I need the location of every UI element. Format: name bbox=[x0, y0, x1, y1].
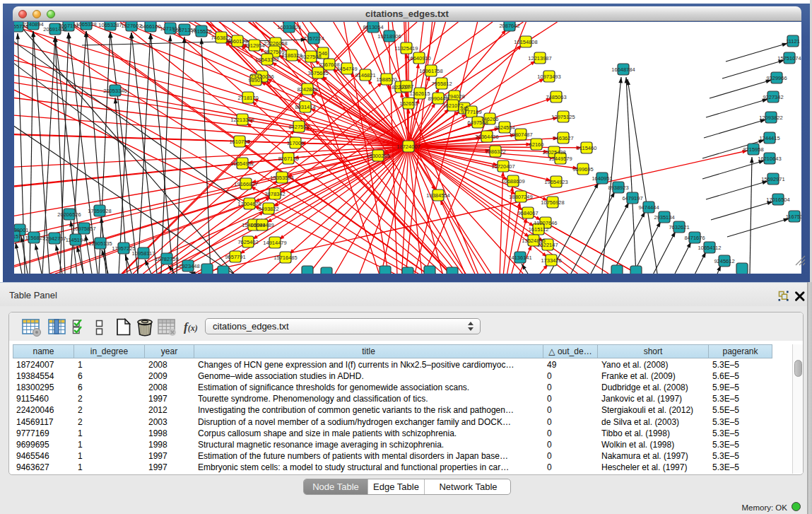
svg-text:2935134: 2935134 bbox=[654, 214, 674, 221]
svg-text:1640951: 1640951 bbox=[592, 175, 612, 182]
svg-text:7357224: 7357224 bbox=[303, 35, 324, 42]
svg-text:12923448: 12923448 bbox=[176, 263, 199, 269]
svg-text:12093822: 12093822 bbox=[759, 115, 782, 121]
svg-text:746266: 746266 bbox=[481, 116, 498, 122]
svg-text:1615112: 1615112 bbox=[529, 226, 549, 233]
svg-text:15353594: 15353594 bbox=[270, 175, 293, 181]
svg-text:8267130: 8267130 bbox=[278, 156, 298, 162]
svg-text:7625402: 7625402 bbox=[237, 239, 258, 245]
svg-text:2087642: 2087642 bbox=[499, 23, 519, 29]
svg-text:16648784: 16648784 bbox=[611, 66, 635, 73]
svg-text:3878342: 3878342 bbox=[264, 191, 285, 197]
svg-text:14136141: 14136141 bbox=[508, 255, 531, 261]
svg-text:8031414: 8031414 bbox=[295, 104, 315, 110]
svg-text:10654112: 10654112 bbox=[698, 245, 722, 251]
svg-text:16640910: 16640910 bbox=[407, 55, 430, 62]
svg-text:12905135: 12905135 bbox=[88, 240, 112, 247]
svg-text:9115460: 9115460 bbox=[577, 145, 597, 151]
svg-text:8427552: 8427552 bbox=[288, 124, 309, 130]
svg-text:11121: 11121 bbox=[786, 38, 800, 45]
svg-text:16099489: 16099489 bbox=[250, 222, 273, 228]
svg-text:7485063: 7485063 bbox=[546, 94, 566, 100]
svg-text:10807487: 10807487 bbox=[509, 132, 532, 138]
svg-text:18724007: 18724007 bbox=[396, 144, 420, 150]
svg-text:9245612: 9245612 bbox=[714, 258, 734, 264]
svg-text:7955812: 7955812 bbox=[431, 81, 452, 87]
svg-text:19384554: 19384554 bbox=[426, 192, 449, 199]
svg-text:98901: 98901 bbox=[249, 77, 264, 83]
svg-text:8471676: 8471676 bbox=[684, 235, 705, 241]
svg-text:1588520: 1588520 bbox=[376, 76, 396, 83]
svg-text:20206526: 20206526 bbox=[57, 211, 81, 218]
svg-text:1065328: 1065328 bbox=[76, 22, 96, 28]
svg-text:10958117: 10958117 bbox=[132, 250, 155, 257]
svg-text:6466160: 6466160 bbox=[140, 23, 160, 30]
svg-text:12213369: 12213369 bbox=[230, 117, 254, 123]
svg-text:15751074: 15751074 bbox=[777, 55, 801, 62]
svg-text:3624554: 3624554 bbox=[494, 124, 514, 131]
svg-text:1527602: 1527602 bbox=[121, 23, 141, 29]
svg-text:15716485: 15716485 bbox=[273, 255, 297, 261]
svg-text:19166827: 19166827 bbox=[234, 181, 257, 187]
svg-text:17016504: 17016504 bbox=[766, 197, 789, 203]
svg-text:10973493: 10973493 bbox=[537, 74, 560, 80]
svg-text:8454749: 8454749 bbox=[336, 66, 357, 72]
svg-text:1733426: 1733426 bbox=[541, 257, 561, 264]
svg-text:2718170: 2718170 bbox=[237, 95, 258, 101]
svg-text:3912954: 3912954 bbox=[244, 42, 264, 49]
svg-text:16210643: 16210643 bbox=[758, 156, 781, 162]
svg-text:10154808: 10154808 bbox=[514, 39, 537, 45]
svg-text:3675685: 3675685 bbox=[307, 70, 328, 76]
svg-text:16961758: 16961758 bbox=[419, 68, 442, 74]
svg-text:8186328: 8186328 bbox=[281, 52, 302, 59]
svg-text:11325419: 11325419 bbox=[395, 45, 418, 52]
svg-text:7515526: 7515526 bbox=[191, 28, 211, 35]
svg-text:8242848: 8242848 bbox=[297, 86, 317, 93]
svg-text:162653: 162653 bbox=[399, 100, 417, 107]
svg-text:1610755: 1610755 bbox=[229, 139, 249, 145]
svg-text:9329966: 9329966 bbox=[766, 75, 787, 81]
svg-text:6479197: 6479197 bbox=[622, 195, 642, 201]
svg-text:8938923: 8938923 bbox=[608, 185, 628, 191]
svg-text:117006: 117006 bbox=[287, 140, 304, 146]
svg-text:10654982: 10654982 bbox=[230, 160, 254, 167]
svg-text:9699695: 9699695 bbox=[572, 166, 593, 173]
svg-text:12942757: 12942757 bbox=[42, 235, 66, 242]
svg-text:15720407: 15720407 bbox=[491, 163, 514, 170]
svg-text:546: 546 bbox=[319, 50, 328, 57]
svg-text:8215958: 8215958 bbox=[743, 146, 763, 153]
svg-text:23226058: 23226058 bbox=[264, 40, 287, 47]
svg-text:19654923: 19654923 bbox=[544, 179, 567, 185]
svg-text:1362615: 1362615 bbox=[409, 90, 430, 97]
svg-text:9474444: 9474444 bbox=[638, 204, 659, 211]
svg-text:9684067: 9684067 bbox=[517, 210, 538, 216]
svg-text:12975125: 12975125 bbox=[551, 114, 575, 120]
svg-text:9657791: 9657791 bbox=[225, 254, 245, 260]
svg-text:16782759: 16782759 bbox=[155, 256, 178, 262]
svg-text:17359928: 17359928 bbox=[88, 208, 111, 214]
svg-text:116753: 116753 bbox=[786, 214, 801, 220]
svg-text:10543342: 10543342 bbox=[255, 57, 278, 63]
svg-text:12213987: 12213987 bbox=[528, 55, 551, 62]
svg-text:10653287: 10653287 bbox=[98, 22, 122, 28]
svg-text:8813054: 8813054 bbox=[363, 24, 383, 30]
svg-text:16033809: 16033809 bbox=[277, 24, 300, 30]
svg-text:2240894: 2240894 bbox=[23, 22, 43, 28]
svg-text:10756928: 10756928 bbox=[541, 199, 564, 206]
svg-text:7632621: 7632621 bbox=[669, 224, 689, 230]
svg-text:10025438: 10025438 bbox=[542, 149, 565, 156]
svg-text:12037: 12037 bbox=[399, 83, 414, 90]
svg-text:20053346: 20053346 bbox=[103, 88, 126, 94]
svg-text:19218906: 19218906 bbox=[377, 33, 401, 40]
svg-text:10688609: 10688609 bbox=[501, 178, 524, 185]
svg-text:11156829: 11156829 bbox=[23, 235, 45, 241]
svg-text:1244415: 1244415 bbox=[759, 135, 779, 141]
svg-text:9227342: 9227342 bbox=[763, 94, 783, 100]
svg-text:18300295: 18300295 bbox=[366, 153, 389, 159]
svg-text:339001: 339001 bbox=[14, 227, 29, 233]
svg-text:8493822: 8493822 bbox=[258, 206, 278, 212]
svg-text:39157: 39157 bbox=[14, 233, 21, 240]
svg-text:18807249: 18807249 bbox=[509, 194, 532, 200]
svg-text:13449579: 13449579 bbox=[548, 156, 572, 162]
svg-text:20364436: 20364436 bbox=[475, 134, 498, 140]
